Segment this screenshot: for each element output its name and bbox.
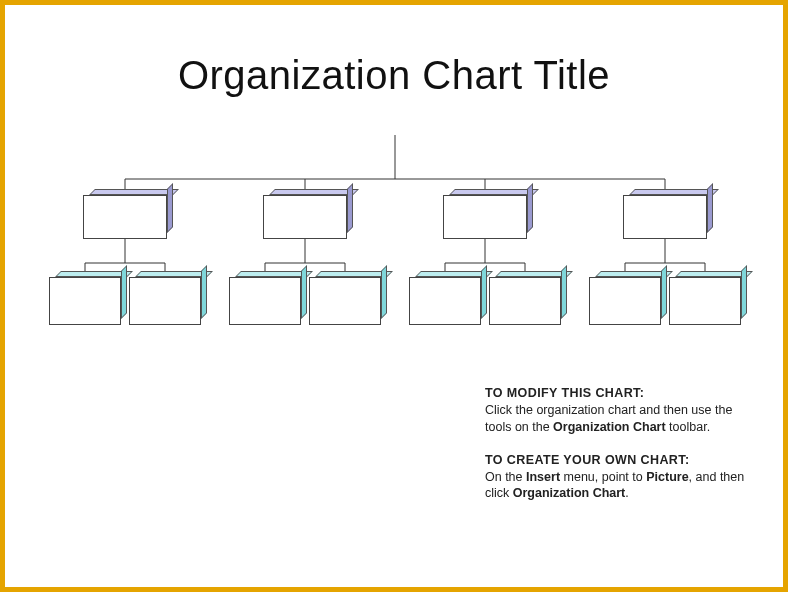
org-node-level3[interactable] — [309, 277, 381, 325]
page-title: Organization Chart Title — [5, 53, 783, 98]
org-node-level3[interactable] — [589, 277, 661, 325]
modify-bold-orgchart: Organization Chart — [553, 420, 666, 434]
create-text-lead: On the — [485, 470, 526, 484]
org-node-level2[interactable] — [263, 195, 347, 239]
org-node-level3[interactable] — [49, 277, 121, 325]
org-node-level3[interactable] — [229, 277, 301, 325]
org-node-level3[interactable] — [669, 277, 741, 325]
create-heading: TO CREATE YOUR OWN CHART: — [485, 453, 689, 467]
create-bold-picture: Picture — [646, 470, 688, 484]
create-bold-insert: Insert — [526, 470, 560, 484]
page: Organization Chart Title — [0, 0, 788, 592]
org-node-level2[interactable] — [443, 195, 527, 239]
org-node-level3[interactable] — [409, 277, 481, 325]
instructions-panel: TO MODIFY THIS CHART: Click the organiza… — [485, 385, 745, 518]
org-node-level2[interactable] — [623, 195, 707, 239]
org-node-level3[interactable] — [129, 277, 201, 325]
create-text-tail: . — [625, 486, 628, 500]
org-chart[interactable] — [35, 135, 755, 355]
create-bold-orgchart: Organization Chart — [513, 486, 626, 500]
modify-text-tail: toolbar. — [666, 420, 710, 434]
org-node-level2[interactable] — [83, 195, 167, 239]
modify-heading: TO MODIFY THIS CHART: — [485, 386, 644, 400]
modify-instructions: TO MODIFY THIS CHART: Click the organiza… — [485, 385, 745, 436]
create-text-mid1: menu, point to — [560, 470, 646, 484]
create-instructions: TO CREATE YOUR OWN CHART: On the Insert … — [485, 452, 745, 503]
org-node-level3[interactable] — [489, 277, 561, 325]
